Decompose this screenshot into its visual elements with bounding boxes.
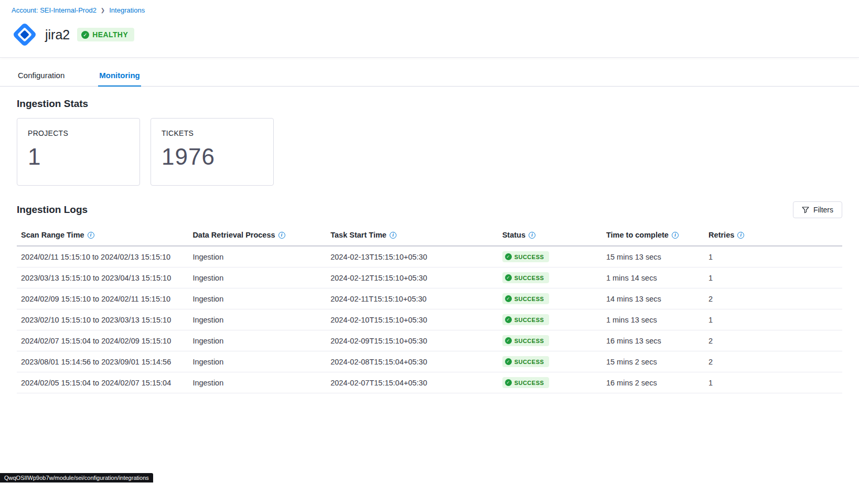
section-title-ingestion-stats: Ingestion Stats — [17, 98, 842, 110]
cell-scan-range-time: 2023/02/10 15:15:10 to 2023/03/13 15:15:… — [17, 309, 188, 330]
status-badge-label: SUCCESS — [514, 275, 544, 281]
logs-header: Ingestion Logs Filters — [17, 201, 842, 218]
cell-time-to-complete: 16 mins 13 secs — [602, 330, 704, 351]
cell-time-to-complete: 15 mins 13 secs — [602, 246, 704, 267]
tab-monitoring[interactable]: Monitoring — [98, 63, 141, 87]
check-circle-icon — [505, 316, 512, 323]
tab-configuration[interactable]: Configuration — [17, 63, 66, 87]
info-icon[interactable] — [737, 232, 744, 239]
column-header-scan-range-time: Scan Range Time — [17, 224, 188, 246]
table-row: 2024/02/05 15:15:04 to 2024/02/07 15:15:… — [17, 372, 842, 393]
stat-card-projects: PROJECTS 1 — [17, 118, 140, 186]
cell-retries: 1 — [704, 267, 842, 288]
logs-table-body: 2024/02/11 15:15:10 to 2024/02/13 15:15:… — [17, 246, 842, 393]
cell-retries: 2 — [704, 288, 842, 309]
cell-data-retrieval-process: Ingestion — [188, 351, 326, 372]
cell-retries: 2 — [704, 330, 842, 351]
statusbar-url: QwqOSIIWp9ob7w/module/sei/configuration/… — [0, 473, 153, 482]
status-badge-label: SUCCESS — [514, 254, 544, 260]
column-header-task-start-time: Task Start Time — [326, 224, 498, 246]
table-row: 2023/03/13 15:15:10 to 2023/04/13 15:15:… — [17, 267, 842, 288]
status-badge-label: SUCCESS — [514, 296, 544, 302]
column-label: Time to complete — [606, 231, 669, 239]
column-label: Retries — [708, 231, 734, 239]
cell-status: SUCCESS — [498, 267, 602, 288]
stat-cards: PROJECTS 1 TICKETS 1976 — [17, 118, 842, 186]
cell-task-start-time: 2024-02-08T15:15:04+05:30 — [326, 351, 498, 372]
cell-time-to-complete: 16 mins 2 secs — [602, 372, 704, 393]
cell-status: SUCCESS — [498, 246, 602, 267]
jira-logo-icon — [12, 22, 38, 48]
table-row: 2023/08/01 15:14:56 to 2023/09/01 15:14:… — [17, 351, 842, 372]
cell-task-start-time: 2024-02-11T15:15:10+05:30 — [326, 288, 498, 309]
cell-data-retrieval-process: Ingestion — [188, 288, 326, 309]
cell-retries: 2 — [704, 351, 842, 372]
cell-data-retrieval-process: Ingestion — [188, 267, 326, 288]
cell-task-start-time: 2024-02-12T15:15:10+05:30 — [326, 267, 498, 288]
info-icon[interactable] — [672, 232, 679, 239]
cell-status: SUCCESS — [498, 288, 602, 309]
column-header-time-to-complete: Time to complete — [602, 224, 704, 246]
status-badge-label: SUCCESS — [514, 317, 544, 323]
cell-data-retrieval-process: Ingestion — [188, 330, 326, 351]
table-row: 2024/02/11 15:15:10 to 2024/02/13 15:15:… — [17, 246, 842, 267]
breadcrumb: Account: SEI-Internal-Prod2 Integrations — [12, 6, 847, 14]
info-icon[interactable] — [278, 232, 285, 239]
check-circle-icon — [505, 379, 512, 386]
column-label: Scan Range Time — [21, 231, 84, 239]
main-content: Ingestion Stats PROJECTS 1 TICKETS 1976 … — [0, 98, 859, 393]
page-title: jira2 — [45, 27, 70, 42]
info-icon[interactable] — [390, 232, 396, 239]
stat-card-label: PROJECTS — [28, 129, 129, 137]
breadcrumb-link-integrations[interactable]: Integrations — [109, 6, 145, 14]
column-label: Status — [502, 231, 525, 239]
status-badge: SUCCESS — [502, 377, 550, 388]
status-badge: SUCCESS — [502, 335, 550, 346]
status-badge-label: SUCCESS — [514, 359, 544, 365]
cell-task-start-time: 2024-02-09T15:15:10+05:30 — [326, 330, 498, 351]
tab-bar: Configuration Monitoring — [0, 63, 859, 87]
column-header-retries: Retries — [704, 224, 842, 246]
check-circle-icon — [505, 337, 512, 344]
app-header: Account: SEI-Internal-Prod2 Integrations… — [0, 0, 859, 58]
health-badge-label: HEALTHY — [92, 30, 128, 39]
breadcrumb-link-account[interactable]: Account: SEI-Internal-Prod2 — [12, 6, 96, 14]
info-icon[interactable] — [88, 232, 94, 239]
title-row: jira2 HEALTHY — [12, 22, 847, 48]
cell-scan-range-time: 2024/02/11 15:15:10 to 2024/02/13 15:15:… — [17, 246, 188, 267]
health-badge: HEALTHY — [77, 28, 134, 41]
column-label: Task Start Time — [330, 231, 386, 239]
cell-data-retrieval-process: Ingestion — [188, 372, 326, 393]
cell-scan-range-time: 2024/02/05 15:15:04 to 2024/02/07 15:15:… — [17, 372, 188, 393]
status-badge: SUCCESS — [502, 314, 550, 325]
cell-retries: 1 — [704, 309, 842, 330]
chevron-right-icon — [101, 8, 105, 13]
status-badge: SUCCESS — [502, 272, 550, 283]
cell-status: SUCCESS — [498, 351, 602, 372]
cell-retries: 1 — [704, 372, 842, 393]
cell-task-start-time: 2024-02-13T15:15:10+05:30 — [326, 246, 498, 267]
stat-card-value: 1 — [28, 144, 129, 170]
ingestion-logs-table: Scan Range Time Data Retrieval Process T… — [17, 224, 842, 393]
table-row: 2023/02/10 15:15:10 to 2023/03/13 15:15:… — [17, 309, 842, 330]
check-circle-icon — [81, 31, 89, 39]
logs-table-header: Scan Range Time Data Retrieval Process T… — [17, 224, 842, 246]
stat-card-value: 1976 — [162, 144, 263, 170]
cell-status: SUCCESS — [498, 309, 602, 330]
cell-scan-range-time: 2024/02/07 15:15:04 to 2024/02/09 15:15:… — [17, 330, 188, 351]
status-badge-label: SUCCESS — [514, 338, 544, 344]
info-icon[interactable] — [529, 232, 535, 239]
filters-button[interactable]: Filters — [793, 201, 842, 218]
cell-scan-range-time: 2023/08/01 15:14:56 to 2023/09/01 15:14:… — [17, 351, 188, 372]
cell-scan-range-time: 2024/02/09 15:15:10 to 2024/02/11 15:15:… — [17, 288, 188, 309]
stat-card-label: TICKETS — [162, 129, 263, 137]
column-label: Data Retrieval Process — [192, 231, 275, 239]
table-row: 2024/02/07 15:15:04 to 2024/02/09 15:15:… — [17, 330, 842, 351]
cell-retries: 1 — [704, 246, 842, 267]
table-row: 2024/02/09 15:15:10 to 2024/02/11 15:15:… — [17, 288, 842, 309]
check-circle-icon — [505, 295, 512, 302]
column-header-status: Status — [498, 224, 602, 246]
status-badge: SUCCESS — [502, 251, 550, 262]
check-circle-icon — [505, 274, 512, 281]
status-badge: SUCCESS — [502, 356, 550, 367]
